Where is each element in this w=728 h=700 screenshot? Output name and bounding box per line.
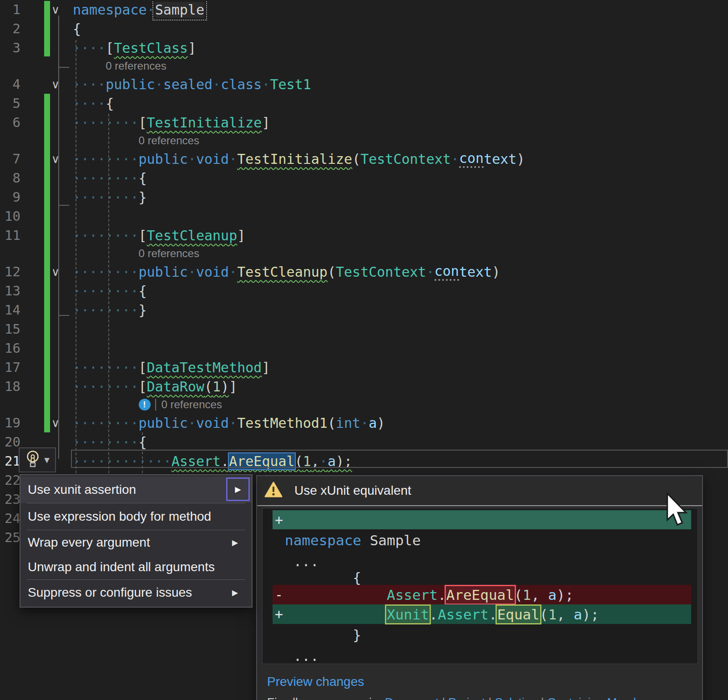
- code-token: ·: [426, 264, 435, 280]
- current-line-highlight: [71, 450, 728, 468]
- code-token: ········: [73, 283, 139, 299]
- code-token: ·: [155, 76, 163, 92]
- diff-row-ctx: namespace Sample: [273, 530, 691, 550]
- code-token: [285, 606, 387, 623]
- diff-row-add: + Xunit.Assert.Equal(1, a);: [273, 604, 691, 624]
- line-number: 21: [0, 451, 20, 471]
- line-number: 3: [0, 38, 20, 57]
- preview-changes-link[interactable]: Preview changes: [267, 675, 364, 689]
- code-line-17: 17········[DataTestMethod]: [0, 358, 728, 377]
- codelens-text: ········0 references: [73, 245, 199, 262]
- code-text: ········public·void·TestCleanup(TestCont…: [73, 262, 500, 281]
- menu-item-label: Suppress or configure issues: [28, 585, 192, 600]
- fixall-scope-containing-member[interactable]: Containing Member: [547, 695, 651, 700]
- line-number: 5: [0, 94, 20, 113]
- line-number: 20: [0, 432, 20, 451]
- code-text: ········[DataTestMethod]: [73, 358, 270, 377]
- code-line-10: 10: [0, 207, 728, 226]
- line-number: 9: [0, 188, 20, 207]
- submenu-open-button[interactable]: ▶: [226, 477, 250, 501]
- diff-row-addbar: +: [273, 510, 691, 529]
- code-line-11: 11········[TestCleanup]: [0, 226, 728, 245]
- menu-item-wrap-every-argument[interactable]: Wrap every argument▶: [20, 530, 252, 555]
- fixall-scope-project[interactable]: Project: [448, 695, 485, 700]
- code-text: ········public·void·TestInitialize(TestC…: [73, 149, 525, 168]
- code-token: .: [438, 587, 446, 603]
- menu-item-label: Use expression body for method: [28, 509, 211, 524]
- quick-actions-widget[interactable]: ▼: [19, 447, 56, 472]
- code-token: ]: [262, 115, 270, 131]
- code-token: [: [139, 360, 147, 375]
- code-text: ········}: [73, 188, 147, 207]
- codelens-divider: [155, 399, 156, 411]
- code-token: ·: [188, 264, 196, 280]
- fold-chevron-icon[interactable]: ∨: [46, 75, 65, 94]
- code-token: 1: [548, 606, 557, 623]
- diff-code: Xunit.Assert.Equal(1, a);: [273, 606, 599, 623]
- menu-item-suppress-or-configure-issues[interactable]: Suppress or configure issues▶: [20, 580, 252, 605]
- warning-icon: [264, 482, 283, 500]
- change-bar: [44, 94, 50, 432]
- code-line-4: 4∨····public·sealed·class·Test1: [0, 75, 728, 94]
- fixall-scope-document[interactable]: Document: [385, 695, 439, 700]
- line-number: 2: [0, 19, 20, 38]
- code-token: ): [516, 151, 525, 167]
- code-line-12: 12∨········public·void·TestCleanup(TestC…: [0, 262, 728, 281]
- code-token: {: [139, 434, 147, 450]
- code-token: ]: [237, 228, 245, 243]
- code-token: 0 references: [139, 247, 199, 260]
- code-token: AreEqual: [446, 587, 514, 603]
- code-token: ·: [188, 415, 196, 431]
- code-line-13: 13········{: [0, 281, 728, 300]
- menu-item-use-xunit-assertion[interactable]: Use xunit assertion▶: [20, 477, 252, 503]
- code-token: ········: [73, 189, 139, 205]
- code-token: ,: [556, 606, 573, 623]
- diff-sign: +: [275, 512, 283, 528]
- code-token: void: [196, 415, 229, 431]
- diff-code: namespace Sample: [273, 532, 421, 548]
- menu-item-use-expression-body-for-method[interactable]: Use expression body for method: [20, 503, 252, 530]
- code-line-20: 20········{: [0, 432, 728, 451]
- code-token: DataTestMethod: [147, 360, 262, 375]
- fixall-scope-solution[interactable]: Solution: [495, 695, 537, 700]
- code-token: [285, 587, 387, 603]
- lightbulb-icon[interactable]: [25, 450, 40, 470]
- code-text: ········{: [73, 168, 147, 188]
- code-line-6: 6········[TestInitialize]: [0, 113, 728, 132]
- preview-popup: Use xUnit equivalent +namespace Sample .…: [256, 475, 703, 700]
- code-line-15: 15: [0, 320, 728, 339]
- popup-title: Use xUnit equivalent: [294, 483, 411, 498]
- line-number: 12: [0, 262, 20, 281]
- line-number: 15: [0, 320, 20, 339]
- lightbulb-dropdown-icon[interactable]: ▼: [44, 456, 50, 464]
- diff-view: +namespace Sample ... {- Assert.AreEqual…: [262, 508, 698, 664]
- code-token: namespace: [73, 2, 147, 18]
- code-token: a: [548, 587, 557, 603]
- code-token: 0 references: [106, 60, 166, 72]
- line-number: 22: [0, 471, 20, 490]
- code-text: ········[TestCleanup]: [73, 226, 245, 245]
- line-number: 23: [0, 490, 20, 509]
- submenu-arrow-icon: ▶: [232, 538, 238, 547]
- code-line-16: 16: [0, 339, 728, 358]
- code-line-1: 1∨namespace·Sample: [0, 0, 728, 19]
- code-token: ········: [73, 415, 139, 431]
- code-token: sealed: [163, 76, 212, 92]
- code-token: TestContext: [360, 151, 451, 167]
- code-token: ········: [73, 170, 139, 186]
- code-token: (: [328, 415, 336, 431]
- code-token: TestContext: [336, 264, 426, 280]
- code-token: ·: [147, 2, 155, 18]
- code-text: namespace·Sample: [73, 0, 204, 19]
- diff-sign: +: [275, 606, 283, 622]
- code-token: (: [328, 264, 336, 280]
- codelens-row: ····0 references: [0, 57, 728, 75]
- code-token: [361, 532, 370, 548]
- fixall-row: Fix all occurrences in: Document | Proje…: [267, 695, 651, 700]
- code-token: int: [336, 415, 360, 431]
- menu-item-unwrap-and-indent-all-arguments[interactable]: Unwrap and indent all arguments: [20, 555, 252, 579]
- fold-end-tick: [58, 67, 69, 68]
- fixall-prefix: Fix all occurrences in:: [267, 695, 385, 700]
- code-token: }: [139, 302, 147, 318]
- code-token: ········: [73, 228, 139, 243]
